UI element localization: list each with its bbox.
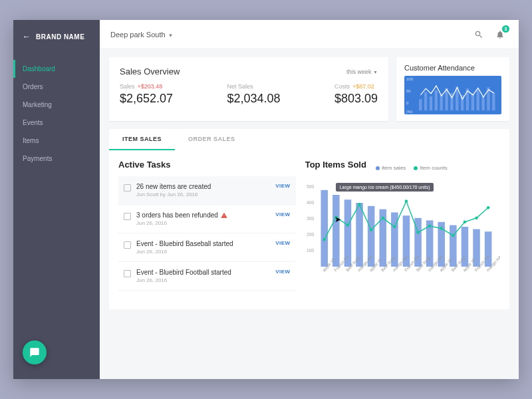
chevron-down-icon: ▼	[373, 70, 378, 74]
attendance-chart: 100 50 0 (%)	[404, 76, 501, 114]
attendance-title: Customer Attendance	[404, 64, 501, 72]
attendance-card: Customer Attendance 100 50 0 (%)	[396, 57, 509, 121]
main: Deep park South▼ 3 Sales Overview this w…	[100, 20, 519, 379]
period-selector[interactable]: this week ▼	[346, 68, 378, 75]
metric-costs: Costs+$87.02$803.09	[334, 83, 378, 106]
sidebar-item-items[interactable]: Items	[13, 132, 100, 150]
sidebar-nav: DashboardOrdersMarketingEventsItemsPayme…	[13, 60, 100, 168]
svg-rect-1	[424, 92, 427, 110]
app-window: ← BRAND NAME DashboardOrdersMarketingEve…	[13, 20, 519, 379]
task-checkbox[interactable]	[124, 213, 131, 220]
svg-text:300: 300	[307, 216, 315, 221]
sales-tabs: ITEM SALESORDER SALES	[109, 129, 509, 150]
svg-text:400: 400	[307, 200, 315, 205]
tab-order-sales[interactable]: ORDER SALES	[175, 129, 249, 150]
task-checkbox[interactable]	[124, 184, 131, 192]
chat-fab[interactable]	[23, 340, 47, 364]
task-list: 26 new items are createdJon Scott by Jun…	[118, 176, 296, 291]
view-link[interactable]: VIEW	[275, 183, 290, 189]
svg-rect-4	[440, 94, 443, 110]
tab-item-sales[interactable]: ITEM SALES	[109, 129, 175, 150]
svg-rect-3	[435, 90, 438, 110]
active-tasks-panel: Active Tasks 26 new items are createdJon…	[118, 160, 296, 300]
view-link[interactable]: VIEW	[275, 211, 290, 217]
top-items-chart: Large mango ice cream ($450.00/170 units…	[305, 180, 500, 300]
sidebar-item-payments[interactable]: Payments	[13, 150, 100, 168]
sidebar: ← BRAND NAME DashboardOrdersMarketingEve…	[13, 20, 100, 379]
svg-rect-20	[321, 190, 328, 267]
sidebar-item-dashboard[interactable]: Dashboard	[13, 60, 100, 78]
svg-rect-21	[332, 195, 340, 267]
svg-text:100: 100	[307, 248, 315, 253]
top-items-panel: Top Items Sold Item sales Item counts La…	[305, 160, 500, 300]
svg-rect-12	[481, 96, 484, 110]
svg-point-43	[416, 231, 419, 234]
search-icon	[474, 30, 483, 39]
svg-rect-2	[430, 96, 432, 110]
view-link[interactable]: VIEW	[275, 240, 290, 246]
task-checkbox[interactable]	[124, 241, 131, 249]
task-checkbox[interactable]	[124, 270, 131, 277]
svg-point-35	[323, 238, 325, 241]
svg-point-47	[463, 220, 466, 223]
view-link[interactable]: VIEW	[275, 269, 290, 275]
svg-rect-0	[419, 99, 422, 110]
svg-point-38	[358, 203, 360, 206]
task-row: 3 orders has been refundedJun 26, 2016VI…	[118, 205, 296, 233]
svg-text:200: 200	[307, 232, 315, 237]
svg-point-41	[393, 225, 396, 229]
chart-tooltip: Large mango ice cream ($450.00/170 units…	[336, 183, 434, 192]
svg-point-46	[452, 234, 454, 237]
alert-icon	[221, 212, 227, 219]
svg-point-40	[381, 216, 384, 219]
chat-icon	[29, 347, 40, 358]
svg-point-48	[475, 216, 477, 219]
brand-name: BRAND NAME	[36, 33, 84, 41]
top-items-title: Top Items Sold	[305, 160, 366, 170]
sidebar-item-orders[interactable]: Orders	[13, 78, 100, 96]
brand-row: ← BRAND NAME	[13, 32, 100, 55]
svg-point-37	[346, 223, 348, 227]
sales-overview-card: Sales Overview this week ▼ Sales+$203.48…	[109, 57, 388, 121]
content: Sales Overview this week ▼ Sales+$203.48…	[100, 49, 519, 379]
svg-point-36	[334, 215, 337, 219]
svg-rect-11	[477, 89, 479, 110]
task-row: Event - Bluebird Baseball startedJun 26,…	[118, 233, 296, 262]
back-arrow-icon[interactable]: ←	[23, 32, 31, 41]
svg-text:500: 500	[307, 184, 315, 189]
location-selector[interactable]: Deep park South▼	[110, 31, 173, 39]
sidebar-item-marketing[interactable]: Marketing	[13, 96, 100, 114]
active-tasks-title: Active Tasks	[118, 160, 296, 170]
task-row: 26 new items are createdJon Scott by Jun…	[118, 176, 296, 205]
svg-point-44	[428, 224, 431, 227]
metric-net-sales: Net Sales$2,034.08	[227, 83, 280, 106]
task-row: Event - Bluebird Football startedJun 26,…	[118, 262, 296, 291]
chart-legend: Item sales Item counts	[376, 165, 448, 171]
notifications-button[interactable]: 3	[492, 27, 508, 43]
sidebar-item-events[interactable]: Events	[13, 114, 100, 132]
svg-rect-10	[471, 94, 474, 110]
search-button[interactable]	[471, 27, 487, 43]
svg-point-42	[404, 200, 407, 203]
svg-point-49	[487, 206, 489, 209]
metric-sales: Sales+$203.48$2,652.07	[120, 83, 173, 106]
svg-point-39	[370, 228, 372, 231]
svg-point-45	[440, 227, 442, 230]
topbar: Deep park South▼ 3	[100, 20, 519, 49]
chevron-down-icon: ▼	[168, 33, 174, 39]
svg-rect-14	[492, 92, 495, 110]
sales-overview-title: Sales Overview	[120, 66, 180, 76]
notification-badge: 3	[502, 25, 509, 33]
